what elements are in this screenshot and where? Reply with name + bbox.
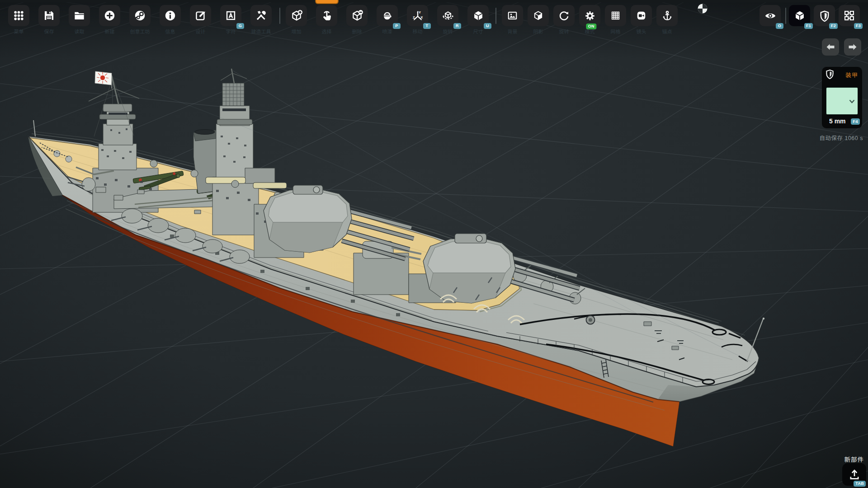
letter-box-icon [225,9,237,22]
redo-arrow-icon [847,42,858,52]
cube-minus-icon [351,9,363,22]
save-icon [43,9,55,22]
shield-icon [826,69,834,80]
tool-select-label: 选择 [322,28,332,34]
tool-rotate-button[interactable]: R旋转 [437,5,458,26]
view-cube-icon [793,9,806,22]
tool-open-button[interactable]: 读取 [69,5,90,26]
tool-tools-label: 建造工具 [251,28,271,34]
tool-save-button[interactable]: 保存 [38,5,60,26]
tool-armor-button[interactable]: F2 [814,5,835,26]
shortcut-badge-f2: F2 [829,23,838,29]
tool-move-button[interactable]: Y Z XT移动 [407,5,428,26]
shortcut-badge-o: O [776,23,783,29]
toolbar-divider [495,8,496,24]
tool-scale-label: 尺寸 [473,28,483,34]
tool-camera-label: 镜头 [637,28,646,34]
tool-move-label: 移动 [413,28,423,34]
tool-turntable-label: 旋转 [559,28,569,34]
shortcut-badge-t: T [423,23,431,29]
cube-rotate-icon [442,9,454,22]
toolbar-group-file: 菜单 保存 读取 新建 创意工坊 信息 设计 G字符 建造工具 [8,5,272,26]
rotate-arrow-icon [558,10,570,21]
redo-button[interactable] [844,38,861,56]
tool-add-button[interactable]: 增加 [286,5,307,26]
armor-panel-title: 装甲 [845,70,858,79]
viewport-3d[interactable] [0,0,868,488]
new-part-label: 新部件 [844,455,864,464]
eye-icon [764,9,777,22]
tool-design-label: 设计 [196,28,206,34]
tool-paint-label: 喷漆 [382,28,392,34]
plus-circle-icon [104,9,116,22]
chevron-down-icon [849,99,855,103]
info-icon [164,9,176,22]
tool-info-button[interactable]: 信息 [160,5,181,26]
tool-delete-button[interactable]: 删除 [346,5,368,26]
tool-delete-label: 删除 [352,28,362,34]
tool-background-button[interactable]: 背景 [502,5,523,26]
tool-observe-button[interactable]: O [760,5,781,26]
builder-screen: 菜单 保存 读取 新建 创意工坊 信息 设计 G字符 建造工具 增加 选择 删除… [0,0,868,488]
tool-info-label: 信息 [165,28,175,34]
shortcut-badge-p: P [393,23,401,29]
tool-tools-button[interactable]: 建造工具 [250,5,272,26]
edit-icon [194,9,207,22]
tool-design-button[interactable]: 设计 [190,5,211,26]
armor-panel: 装甲 5 mm F4 [822,67,862,128]
menu-grid-icon [13,9,25,22]
tool-save-label: 保存 [44,28,54,34]
undo-arrow-icon [825,42,836,52]
top-strip [0,0,868,2]
new-part-button[interactable]: TAB [842,463,866,486]
toolbar-divider [785,8,786,24]
image-icon [507,10,518,21]
undo-button[interactable] [822,38,839,56]
cube-solid-icon [472,9,485,22]
autosave-label: 自动保存 [819,133,843,142]
cube-plus-icon [290,9,303,22]
tool-shadow-button[interactable]: 阴影 [528,5,549,26]
tool-decal-label: 字符 [226,28,236,34]
tool-mode-button[interactable]: ON模式 [579,5,600,26]
axes-icon: Y Z X [411,9,424,22]
tool-normal-button[interactable]: F1 [789,5,810,26]
hand-icon [321,9,333,22]
tool-new-button[interactable]: 新建 [99,5,120,26]
tool-open-label: 读取 [75,28,85,34]
tool-module-button[interactable]: F3 [839,5,860,26]
armor-shortcut: F4 [851,114,860,125]
shield-icon [819,10,830,22]
tool-select-button[interactable]: 选择 [316,5,337,26]
tool-turntable-button[interactable]: 旋转 [553,5,575,26]
armor-thickness-value[interactable]: 5 mm [829,117,846,125]
tool-rotate-label: 旋转 [443,28,453,34]
f4-key-badge: F4 [851,118,860,125]
tool-decal-button[interactable]: G字符 [220,5,241,26]
tool-anchor-button[interactable]: 锚点 [656,5,678,26]
grid-icon [610,10,621,21]
selected-tool-tab [315,0,339,4]
toolbar-divider [279,8,280,24]
paint-bucket-icon [381,9,393,22]
armor-material-dropdown[interactable] [826,87,858,115]
tool-background-label: 背景 [508,28,518,34]
toolbar-group-view: 背景 阴影 旋转 ON模式 网格 镜头 锚点 [502,5,678,26]
tool-workshop-button[interactable]: 创意工坊 [129,5,151,26]
svg-text:Y: Y [419,10,421,14]
autosave-value: 1060 s [844,133,863,142]
folder-icon [73,9,85,22]
tab-key-badge: TAB [854,481,866,487]
svg-text:Z: Z [413,15,415,19]
tool-grid-button[interactable]: 网格 [605,5,626,26]
tool-scale-button[interactable]: U尺寸 [467,5,489,26]
tool-anchor-label: 锚点 [662,28,672,34]
tool-camera-button[interactable]: 镜头 [631,5,652,26]
shortcut-badge-r: R [453,23,461,29]
shortcut-badge-f3: F3 [854,23,863,29]
shortcut-badge-g: G [236,23,244,29]
camera-icon [636,10,647,21]
gear-icon [584,10,596,22]
tool-paint-button[interactable]: P喷漆 [377,5,398,26]
tool-menu-button[interactable]: 菜单 [8,5,29,26]
